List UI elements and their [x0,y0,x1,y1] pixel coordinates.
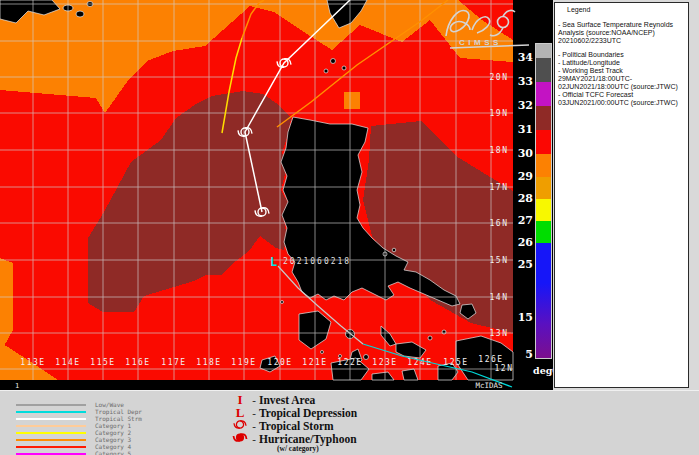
colorbar-tick: 34 [518,51,534,64]
lat-label: 17N [490,183,509,192]
legend-line: - Working Best Track [558,67,686,75]
lat-label: 14N [490,293,509,302]
lat-label: 12N [495,364,514,373]
lon-label: 116E [125,358,150,367]
lat-label: 16N [490,219,509,228]
lon-label: 120E [267,358,292,367]
line-type-row: Category 3 [0,429,142,436]
symbol-label: Hurricane/Typhoon [259,433,357,445]
line-type-row: Low/Wave [0,394,142,401]
symbol-label: Tropical Storm [259,420,334,432]
lat-label: 13N [490,329,509,338]
line-type-row: Category 2 [0,422,142,429]
lat-label: 18N [490,146,509,155]
colorbar-tick: 29 [518,170,533,183]
symbol-note: (w/ category) [277,444,357,453]
colorbar-tick: 25 [518,258,533,271]
lon-label: 117E [161,358,186,367]
lon-label: 123E [372,358,397,367]
track-symbols: I - Invest Area L - Tropical Depression … [231,393,357,453]
lon-label: 126E [478,355,503,364]
symbol-label: Invest Area [259,394,315,406]
hurricane-icon [231,430,249,447]
lon-label: 125E [443,358,468,367]
legend-line: - Political Boundaries [558,51,686,59]
line-type-row: Category 1 [0,415,142,422]
line-type-row: Category 5 [0,443,142,450]
mcidas-window: 113E 114E 115E 116E 117E 118E 119E 120E … [0,0,699,455]
category5-line-swatch [16,453,86,455]
storm-datetime-label: 2021060218 [283,257,351,266]
lon-label: 113E [20,358,45,367]
colorbar-tick: 15 [518,311,533,324]
low-marker: L [270,255,277,269]
lon-label: 115E [90,358,115,367]
lat-label: 19N [490,109,509,118]
legend-line: 29MAY2021/18:00UTC- [558,75,686,83]
lat-label: 20N [490,73,509,82]
line-type-row: Tropical Strm [0,408,142,415]
symbol-row: I - Invest Area [231,393,357,406]
colorbar-tick: 26 [518,236,534,249]
colorbar-unit: degC [533,365,553,376]
lon-label: 122E [337,358,362,367]
line-type-row: Tropical Depr [0,401,142,408]
lat-label: 15N [490,256,509,265]
legend-panel: Legend - Sea Surface Temperature Reynold… [553,0,699,390]
map-canvas[interactable]: 113E 114E 115E 116E 117E 118E 119E 120E … [0,0,553,390]
colorbar-tick: 5 [525,348,533,361]
line-type-label: Category 5 [95,450,131,455]
legend-line: 20210602/2233UTC [558,37,686,45]
legend-line: - Official TCFC Forecast [558,91,686,99]
colorbar-tick: 28 [518,192,534,205]
colorbar-tick: 30 [518,147,534,160]
symbol-row: - Tropical Storm [231,419,357,432]
symbol-label: Tropical Depression [259,407,357,419]
legend-line: 03JUN2021/00:00UTC (source:JTWC) [558,99,686,107]
cimss-label: CIMSS [459,38,502,47]
track-legend-bar: Low/Wave Tropical Depr Tropical Strm Cat… [0,390,699,455]
colorbar-tick: 32 [518,99,533,112]
legend-title: Legend [567,6,686,14]
track-line-types: Low/Wave Tropical Depr Tropical Strm Cat… [0,394,142,450]
legend-line: Analysis (source:NOAA/NCEP) [558,29,686,37]
colorbar-tick: 33 [518,75,533,88]
legend-line: - Sea Surface Temperature Reynolds [558,21,686,29]
lon-label: 118E [196,358,221,367]
colorbar-tick: 27 [518,214,533,227]
lon-label: 114E [55,358,80,367]
frame-number: 1 [15,382,19,390]
symbol-row: L - Tropical Depression [231,406,357,419]
sst-field [0,0,513,380]
legend-line: - Latitude/Longitude [558,59,686,67]
lon-label: 119E [231,358,256,367]
legend-box: Legend - Sea Surface Temperature Reynold… [554,2,689,388]
lon-label: 121E [302,358,327,367]
line-type-row: Category 4 [0,436,142,443]
colorbar-tick: 31 [518,123,533,136]
legend-line: 02JUN2021/18:00UTC (source:JTWC) [558,83,686,91]
mcidas-watermark: McIDAS [475,381,503,390]
